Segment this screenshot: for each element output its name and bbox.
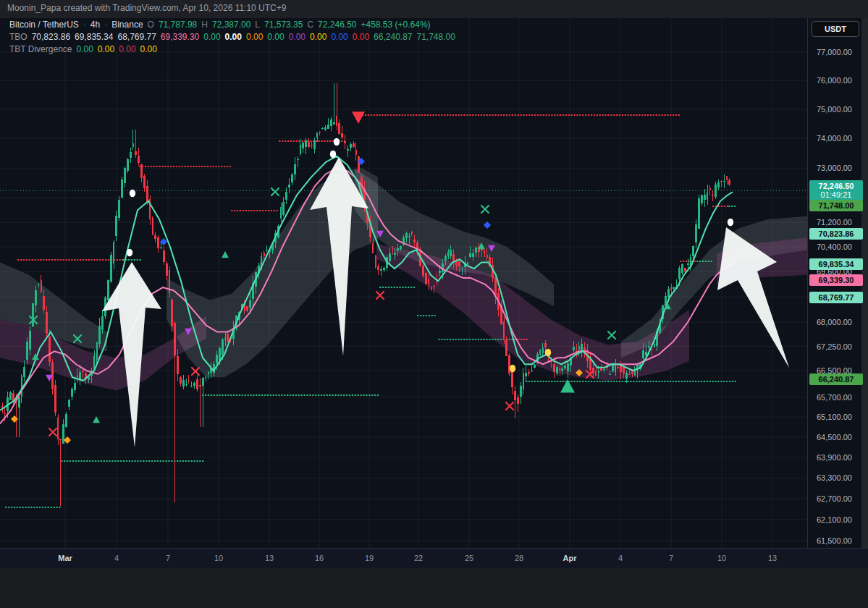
legend-value: Bitcoin / TetherUS xyxy=(9,20,79,30)
legend-value: 69,339.30 xyxy=(161,32,199,42)
marker-x-red xyxy=(506,402,513,410)
symbol-legend-row[interactable]: Bitcoin / TetherUS·4h·BinanceO71,787.98H… xyxy=(9,20,431,30)
legend-value: 0.00 xyxy=(353,32,369,42)
indicator-price-badge: 68,769.77 xyxy=(809,292,863,303)
legend-value: TBT Divergence xyxy=(9,44,72,54)
legend-value: 0.00 xyxy=(203,32,220,42)
tbt-divergence-row[interactable]: TBT Divergence0.000.000.000.00 xyxy=(9,44,157,54)
legend-value: 0.00 xyxy=(140,44,157,54)
marker-circle-yellow xyxy=(545,349,551,356)
legend-value: 71,748.00 xyxy=(417,32,455,42)
legend-value: H xyxy=(201,20,208,30)
legend-value: 0.00 xyxy=(310,32,326,42)
legend-value: 72,246.50 xyxy=(318,20,356,30)
signal-markers xyxy=(11,111,733,444)
indicator-price-badge: 70,823.86 xyxy=(809,228,863,240)
legend-value: · xyxy=(104,20,107,30)
indicator-price-badge: 69,835.34 xyxy=(809,258,863,270)
chart-plot-area xyxy=(0,18,807,548)
marker-x-green xyxy=(481,206,489,213)
marker-tri-up-green xyxy=(222,251,229,258)
indicator-price-badge: 66,240.87 xyxy=(809,373,863,385)
bar-countdown: 01:49:21 xyxy=(809,190,863,199)
legend-value: 0.00 xyxy=(225,32,242,42)
legend-value: 69,835.34 xyxy=(75,32,113,42)
legend-value: 0.00 xyxy=(98,44,114,54)
indicator-price-badge: 71,748.00 xyxy=(809,200,863,211)
legend-value: 71,573.35 xyxy=(264,20,303,30)
marker-circle-white xyxy=(127,249,132,256)
legend-value: Binance xyxy=(111,20,143,30)
legend-value: 72,387.00 xyxy=(212,20,250,30)
candles xyxy=(1,83,731,505)
legend-value: · xyxy=(83,20,86,30)
marker-diamond-orange xyxy=(11,415,18,423)
legend-value: TBO xyxy=(9,32,28,42)
marker-circle-white xyxy=(330,151,336,158)
legend-value: O xyxy=(148,20,154,30)
marker-x-red xyxy=(192,368,199,375)
legend-value: 0.00 xyxy=(246,32,263,42)
current-price-badge: 72,246.5001:49:21 xyxy=(809,180,863,200)
legend-value: 0.00 xyxy=(331,32,347,42)
marker-circle-yellow xyxy=(510,365,515,372)
marker-circle-white xyxy=(334,138,340,145)
chart-pane[interactable] xyxy=(0,0,868,608)
marker-x-green xyxy=(608,332,615,339)
legend-value: 0.00 xyxy=(267,32,284,42)
legend-value: 66,240.87 xyxy=(374,32,412,42)
legend-value: 0.00 xyxy=(119,44,135,54)
currency-unit-button[interactable]: USDT xyxy=(812,21,859,37)
legend-value: 4h xyxy=(90,20,100,30)
legend-value: 68,769.77 xyxy=(117,32,156,42)
legend-value: 71,787.98 xyxy=(159,20,197,30)
legend-value: C xyxy=(307,20,313,30)
marker-x-green xyxy=(271,188,279,195)
tbo-indicator-row[interactable]: TBO70,823.8669,835.3468,769.7769,339.300… xyxy=(9,32,455,42)
indicator-price-badge: 69,339.30 xyxy=(809,274,863,286)
legend-value: 0.00 xyxy=(289,32,306,42)
marker-x-red xyxy=(376,292,384,299)
legend-value: L xyxy=(255,20,260,30)
marker-circle-white xyxy=(130,190,135,197)
marker-tri-down-red xyxy=(352,111,365,124)
marker-circle-white xyxy=(728,219,733,226)
legend-value: +458.53 (+0.64%) xyxy=(361,20,431,30)
marker-x-red xyxy=(49,428,56,436)
tradingview-chart-window: Moonin_Papa created with TradingView.com… xyxy=(0,0,868,608)
legend-value: 0.00 xyxy=(76,44,93,54)
legend-value: 70,823.86 xyxy=(32,32,70,42)
